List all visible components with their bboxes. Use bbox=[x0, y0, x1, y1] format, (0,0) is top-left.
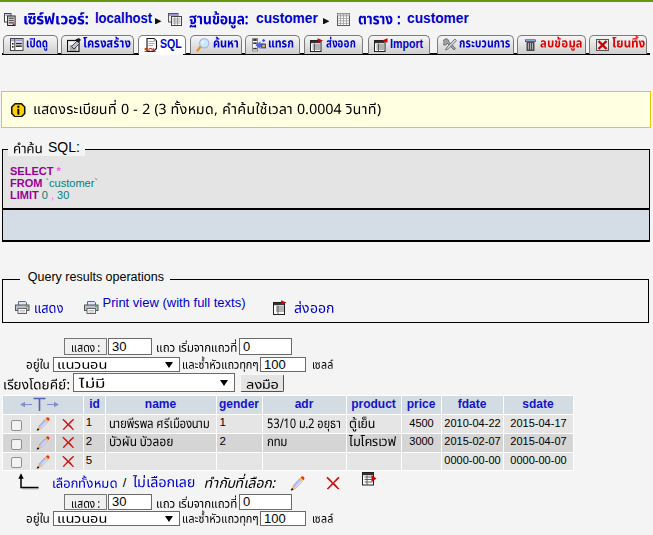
svg-text:SQL: SQL bbox=[144, 47, 157, 52]
